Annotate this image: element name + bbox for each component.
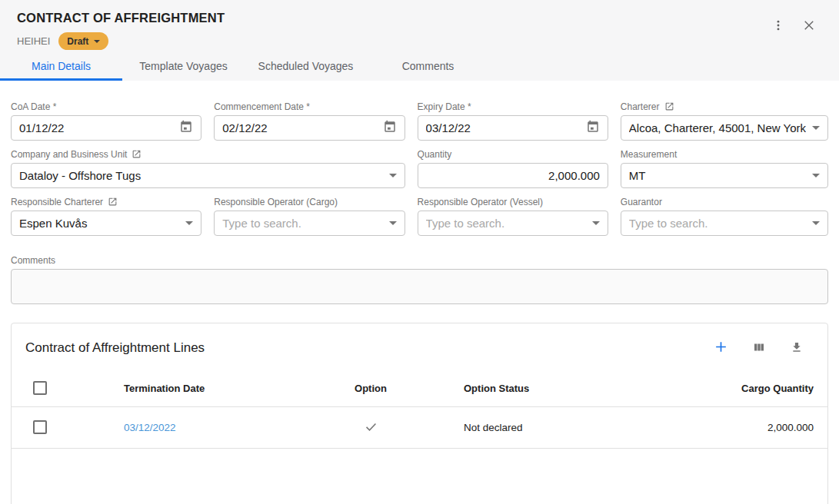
download-icon: [790, 340, 804, 356]
quantity-input[interactable]: [426, 169, 600, 182]
open-in-new-icon[interactable]: [664, 101, 674, 111]
table-row: 03/12/2022 Not declared 2,000.000: [12, 407, 827, 449]
calendar-icon: [179, 120, 193, 136]
lines-card-title: Contract of Affreightment Lines: [25, 340, 205, 356]
coa-date-label: CoA Date *: [11, 101, 201, 112]
field-company-business-unit: Company and Business Unit Dataloy - Offs…: [11, 148, 405, 188]
column-header-termination-date: Termination Date: [124, 383, 305, 394]
measurement-value: MT: [629, 169, 806, 182]
guarantor-placeholder: Type to search.: [629, 217, 806, 230]
open-in-new-icon[interactable]: [132, 149, 141, 159]
measurement-select[interactable]: MT: [621, 163, 828, 188]
responsible-charterer-value: Espen Kuvås: [19, 217, 179, 230]
field-commencement-date: Commencement Date *: [214, 101, 405, 141]
guarantor-label: Guarantor: [621, 196, 828, 207]
calendar-icon: [383, 120, 397, 136]
chevron-down-icon: [185, 221, 193, 225]
select-all-checkbox[interactable]: [33, 381, 47, 395]
field-responsible-charterer: Responsible Charterer Espen Kuvås: [11, 196, 201, 236]
page-title: CONTRACT OF AFFREIGHTMENT: [17, 11, 225, 25]
coa-lines-card: Contract of Affreightment Lines Terminat…: [11, 323, 828, 504]
kebab-icon: [771, 18, 785, 35]
check-icon: [364, 425, 378, 436]
more-options-button[interactable]: [768, 15, 788, 38]
field-expiry-date: Expiry Date *: [418, 101, 608, 141]
cargo-quantity-value: 2,000.000: [671, 422, 814, 433]
responsible-operator-cargo-placeholder: Type to search.: [222, 217, 382, 230]
column-settings-button[interactable]: [749, 337, 769, 360]
quantity-label: Quantity: [418, 148, 608, 160]
guarantor-select[interactable]: Type to search.: [621, 211, 828, 236]
tab-bar: Main Details Template Voyages Scheduled …: [0, 53, 839, 81]
option-status-value: Not declared: [436, 422, 671, 433]
field-comments: Comments: [11, 254, 828, 307]
close-icon: [802, 18, 816, 35]
comments-label: Comments: [11, 254, 828, 266]
chevron-down-icon: [389, 221, 397, 225]
dialog-header: CONTRACT OF AFFREIGHTMENT HEIHEI Draft: [0, 0, 839, 81]
responsible-operator-vessel-label: Responsible Operator (Vessel): [418, 196, 608, 207]
calendar-icon: [586, 120, 600, 136]
open-in-new-icon[interactable]: [108, 197, 118, 207]
chevron-down-icon: [389, 174, 397, 177]
chevron-down-icon: [812, 221, 820, 225]
status-badge[interactable]: Draft: [58, 32, 108, 50]
field-responsible-operator-cargo: Responsible Operator (Cargo) Type to sea…: [214, 196, 405, 236]
field-coa-date: CoA Date *: [11, 101, 201, 141]
company-business-unit-label: Company and Business Unit: [11, 149, 127, 160]
field-guarantor: Guarantor Type to search.: [621, 196, 828, 236]
field-responsible-operator-vessel: Responsible Operator (Vessel) Type to se…: [418, 196, 608, 236]
chevron-down-icon: [812, 174, 820, 177]
termination-date-link[interactable]: 03/12/2022: [124, 422, 176, 433]
coa-reference: HEIHEI: [17, 35, 50, 47]
comments-textarea[interactable]: [11, 269, 828, 304]
columns-icon: [752, 340, 766, 356]
add-line-button[interactable]: [711, 337, 731, 360]
field-quantity: Quantity: [418, 148, 608, 188]
tab-template-voyages[interactable]: Template Voyages: [122, 53, 245, 81]
commencement-date-input[interactable]: [222, 121, 378, 134]
commencement-date-label: Commencement Date *: [214, 101, 405, 112]
expiry-date-input[interactable]: [426, 121, 581, 134]
tab-scheduled-voyages[interactable]: Scheduled Voyages: [245, 53, 367, 81]
main-details-form: CoA Date * Commencement Date *: [0, 81, 839, 307]
company-business-unit-value: Dataloy - Offshore Tugs: [19, 169, 383, 182]
responsible-operator-vessel-select[interactable]: Type to search.: [418, 211, 608, 236]
coa-date-input[interactable]: [19, 121, 175, 134]
charterer-value: Alcoa, Charterer, 45001, New York: [629, 121, 806, 134]
field-charterer: Charterer Alcoa, Charterer, 45001, New Y…: [621, 101, 828, 141]
close-button[interactable]: [799, 15, 819, 38]
chevron-down-icon: [94, 40, 100, 43]
measurement-label: Measurement: [621, 148, 828, 160]
charterer-select[interactable]: Alcoa, Charterer, 45001, New York: [621, 115, 828, 141]
expiry-date-label: Expiry Date *: [418, 101, 608, 112]
column-header-option: Option: [305, 383, 436, 394]
field-measurement: Measurement MT: [621, 148, 828, 188]
responsible-charterer-label: Responsible Charterer: [11, 197, 103, 207]
chevron-down-icon: [592, 221, 600, 225]
column-header-cargo-quantity: Cargo Quantity: [671, 383, 814, 394]
tab-comments[interactable]: Comments: [367, 53, 489, 81]
charterer-label: Charterer: [621, 101, 660, 112]
lines-table-header: Termination Date Option Option Status Ca…: [12, 370, 827, 407]
tab-main-details[interactable]: Main Details: [0, 53, 122, 81]
responsible-operator-cargo-select[interactable]: Type to search.: [214, 211, 405, 236]
chevron-down-icon: [812, 126, 820, 130]
plus-icon: [714, 340, 728, 356]
responsible-operator-cargo-label: Responsible Operator (Cargo): [214, 196, 405, 207]
expiry-date-picker-button[interactable]: [586, 120, 600, 136]
status-badge-label: Draft: [67, 36, 88, 47]
coa-date-picker-button[interactable]: [179, 120, 193, 136]
download-button[interactable]: [787, 337, 807, 360]
column-header-option-status: Option Status: [436, 383, 671, 394]
company-business-unit-select[interactable]: Dataloy - Offshore Tugs: [11, 163, 405, 188]
responsible-operator-vessel-placeholder: Type to search.: [426, 217, 586, 230]
responsible-charterer-select[interactable]: Espen Kuvås: [11, 211, 201, 236]
row-checkbox[interactable]: [33, 420, 47, 434]
commencement-date-picker-button[interactable]: [383, 120, 397, 136]
